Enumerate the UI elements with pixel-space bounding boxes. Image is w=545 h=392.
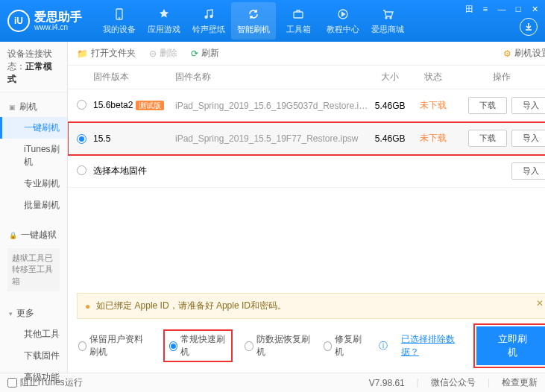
import-button[interactable]: 导入: [511, 162, 545, 180]
refresh-icon: [246, 7, 261, 22]
local-firmware-row[interactable]: 选择本地固件 导入: [68, 155, 545, 188]
opt-anti-recover[interactable]: 防数据恢复刷机: [245, 333, 310, 358]
apps-icon: [157, 7, 171, 22]
chevron-down-icon: ▾: [9, 310, 13, 317]
firmware-row[interactable]: 15.6beta2测试版 iPad_Spring_2019_15.6_19G50…: [68, 89, 545, 122]
win-grid-icon[interactable]: 田: [463, 3, 475, 15]
open-folder-button[interactable]: 📁打开文件夹: [77, 47, 136, 60]
nav-ringtones[interactable]: 铃声壁纸: [186, 2, 231, 39]
nav-label: 教程中心: [327, 24, 359, 35]
checkbox-label: 阻止iTunes运行: [20, 376, 83, 389]
section-more-head[interactable]: ▾更多: [0, 303, 67, 323]
nav-label: 应用游戏: [148, 24, 180, 35]
delete-button[interactable]: ⊖删除: [149, 47, 177, 60]
row-radio[interactable]: [77, 165, 86, 175]
sidebar-item-other-tools[interactable]: 其他工具: [0, 323, 67, 345]
row-radio[interactable]: [77, 134, 86, 144]
section-jailbreak-head[interactable]: 🔒一键越狱: [0, 225, 67, 245]
svg-point-3: [210, 16, 212, 18]
block-itunes-checkbox[interactable]: 阻止iTunes运行: [7, 376, 83, 389]
section-label: 一键越狱: [21, 229, 57, 241]
sidebar-item-itunes-flash[interactable]: iTunes刷机: [0, 139, 67, 173]
fw-size: 5.46GB: [368, 101, 412, 111]
nav-apps[interactable]: 应用游戏: [142, 2, 186, 39]
flash-options: 保留用户资料刷机 常规快速刷机 防数据恢复刷机 修复刷机 ⓘ 已选择排除数据？ …: [68, 319, 545, 373]
opt-repair-flash[interactable]: 修复刷机: [324, 333, 365, 358]
close-icon[interactable]: ✕: [536, 298, 544, 309]
section-label: 刷机: [19, 101, 37, 113]
lock-icon: 🔒: [9, 232, 17, 239]
section-label: 更多: [16, 307, 34, 320]
row-radio[interactable]: [77, 100, 86, 110]
delete-icon: ⊖: [149, 48, 157, 59]
download-button[interactable]: 下载: [468, 97, 507, 114]
sidebar-item-oneclick-flash[interactable]: 一键刷机: [0, 117, 67, 139]
table-header: 固件版本 固件名称 大小 状态 操作: [68, 66, 545, 89]
opt-normal-flash[interactable]: 常规快速刷机: [165, 331, 231, 361]
nav-label: 智能刷机: [237, 24, 270, 35]
opt-label: 修复刷机: [335, 333, 365, 358]
opt-label: 保留用户资料刷机: [89, 333, 151, 358]
nav-flash[interactable]: 智能刷机: [231, 2, 276, 39]
opt-keep-data[interactable]: 保留用户资料刷机: [78, 333, 151, 358]
toolbox-icon: [291, 7, 306, 22]
music-icon: [201, 7, 216, 22]
button-label: 刷机设置: [514, 47, 545, 60]
col-status: 状态: [412, 71, 453, 83]
check-update-link[interactable]: 检查更新: [488, 376, 538, 389]
refresh-button[interactable]: ⟳刷新: [191, 47, 219, 60]
fw-filename: iPad_Spring_2019_15.6_19G5037d_Restore.i…: [175, 101, 368, 111]
warning-icon: ●: [85, 301, 90, 312]
button-label: 刷新: [201, 47, 219, 60]
exclude-data-link[interactable]: 已选择排除数据？: [401, 333, 463, 358]
flash-settings-button[interactable]: ⚙刷机设置: [503, 47, 545, 60]
fw-status: 未下载: [412, 132, 453, 145]
jailbreak-notice: 越狱工具已转移至工具箱: [7, 248, 60, 291]
play-icon: [335, 7, 350, 22]
fw-size: 5.46GB: [368, 133, 412, 144]
col-ops: 操作: [453, 71, 545, 83]
nav-my-device[interactable]: 我的设备: [97, 2, 142, 39]
content-area: 📁打开文件夹 ⊖删除 ⟳刷新 ⚙刷机设置 固件版本 固件名称 大小 状态 操作 …: [68, 42, 545, 373]
appleid-warning: ● 如已绑定 Apple ID，请准备好 Apple ID和密码。 ✕: [77, 293, 545, 319]
button-label: 删除: [160, 47, 177, 60]
win-menu-icon[interactable]: ≡: [479, 3, 491, 15]
nav-toolbox[interactable]: 工具箱: [276, 2, 321, 39]
sidebar-item-pro-flash[interactable]: 专业刷机: [0, 173, 67, 195]
toolbar: 📁打开文件夹 ⊖删除 ⟳刷新 ⚙刷机设置: [68, 42, 545, 66]
opt-label: 防数据恢复刷机: [256, 333, 310, 358]
flash-now-button[interactable]: 立即刷机: [476, 326, 545, 365]
opt-label: 常规快速刷机: [180, 333, 227, 358]
sidebar-item-download-fw[interactable]: 下载固件: [0, 345, 67, 367]
firmware-row[interactable]: 15.5 iPad_Spring_2019_15.5_19F77_Restore…: [68, 122, 545, 155]
nav-tutorials[interactable]: 教程中心: [321, 2, 365, 39]
svg-point-6: [385, 17, 387, 19]
wechat-link[interactable]: 微信公众号: [417, 376, 476, 389]
col-name: 固件名称: [175, 71, 368, 83]
device-icon: [112, 7, 127, 22]
section-flash-head[interactable]: ▣刷机: [0, 97, 67, 117]
help-icon[interactable]: ⓘ: [379, 340, 388, 353]
nav-store[interactable]: 爱思商城: [365, 2, 410, 39]
warning-text: 如已绑定 Apple ID，请准备好 Apple ID和密码。: [96, 300, 286, 312]
version-label: V7.98.61: [369, 378, 405, 388]
local-fw-label: 选择本地固件: [93, 165, 453, 177]
import-button[interactable]: 导入: [511, 97, 545, 114]
win-close-icon[interactable]: ✕: [529, 3, 541, 15]
app-url: www.i4.cn: [34, 23, 82, 31]
fw-version: 15.6beta2: [93, 100, 133, 110]
sidebar: 设备连接状态：正常模式 ▣刷机 一键刷机 iTunes刷机 专业刷机 批量刷机 …: [0, 42, 68, 373]
nav-label: 工具箱: [286, 24, 311, 35]
import-button[interactable]: 导入: [511, 130, 545, 147]
download-button[interactable]: 下载: [468, 130, 507, 147]
download-manager-button[interactable]: [520, 18, 538, 36]
win-max-icon[interactable]: □: [512, 3, 524, 15]
chevron-down-icon: ▣: [9, 104, 16, 111]
sidebar-item-batch-flash[interactable]: 批量刷机: [0, 195, 67, 216]
gear-icon: ⚙: [503, 48, 511, 59]
refresh-icon: ⟳: [191, 48, 198, 59]
connection-status: 设备连接状态：正常模式: [0, 42, 67, 92]
win-min-icon[interactable]: —: [496, 3, 508, 15]
nav-label: 我的设备: [103, 24, 136, 35]
app-name: 爱思助手: [34, 10, 82, 24]
